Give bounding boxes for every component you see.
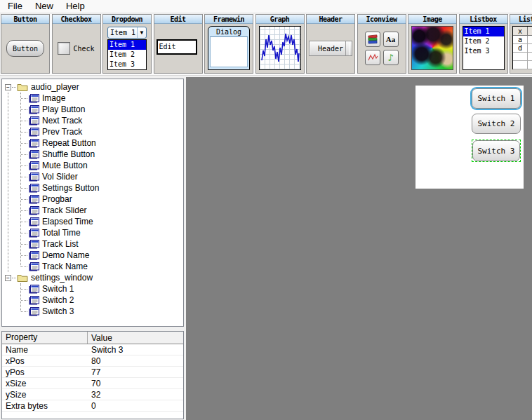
dropdown-list-item[interactable]: Item 2 bbox=[108, 50, 146, 60]
button-preview[interactable]: Button bbox=[6, 40, 44, 57]
tree-item[interactable]: Image bbox=[2, 93, 183, 104]
palette-panel-framewin[interactable]: Framewin Dialog bbox=[204, 14, 253, 74]
tree-item[interactable]: Track Name bbox=[2, 261, 183, 272]
tree-group-audio-player[interactable]: − audio_player bbox=[2, 81, 183, 93]
listview-preview[interactable]: x y a b d e bbox=[512, 26, 532, 69]
tree-item[interactable]: Switch 1 bbox=[2, 283, 183, 294]
tree-item[interactable]: Repeat Button bbox=[2, 137, 183, 149]
checkbox-preview[interactable]: Check bbox=[58, 42, 94, 55]
listbox-item[interactable]: Item 3 bbox=[463, 46, 504, 56]
palette-panel-edit[interactable]: Edit Edit bbox=[154, 14, 203, 74]
tree-item[interactable]: Shuffle Button bbox=[2, 149, 183, 160]
listview-cell: a bbox=[513, 36, 528, 44]
property-name: xSize bbox=[2, 379, 88, 388]
graph-preview[interactable] bbox=[259, 26, 301, 70]
property-row[interactable]: xSize 70 bbox=[2, 378, 183, 389]
header-preview[interactable]: Header bbox=[309, 41, 352, 56]
menu-item[interactable]: File bbox=[1, 0, 29, 13]
dropdown-combobox-preview[interactable]: Item 1 ▼ bbox=[107, 27, 147, 39]
books-icon[interactable] bbox=[365, 32, 380, 47]
property-value[interactable]: 32 bbox=[88, 390, 100, 400]
tree-item-label: Prev Track bbox=[42, 127, 82, 137]
button-preview-label: Button bbox=[13, 45, 38, 53]
tree-item[interactable]: Elapsed Time bbox=[2, 216, 183, 227]
collapse-minus-icon[interactable]: − bbox=[5, 84, 11, 90]
tree-item[interactable]: Switch 3 bbox=[2, 306, 183, 317]
property-row[interactable]: yPos 77 bbox=[2, 367, 183, 378]
property-table-header: Property Value bbox=[2, 332, 183, 344]
tree-item[interactable]: Demo Name bbox=[2, 250, 183, 261]
framewin-preview[interactable]: Dialog bbox=[208, 26, 250, 70]
palette-panel-listview[interactable]: Listview x y a b d e bbox=[510, 14, 532, 74]
listbox-item[interactable]: Item 2 bbox=[463, 36, 504, 46]
property-value[interactable]: Switch 3 bbox=[88, 345, 123, 355]
form-icon bbox=[29, 296, 39, 305]
menu-item[interactable]: New bbox=[29, 0, 60, 13]
panel-title: Iconview bbox=[358, 15, 406, 24]
tree-item[interactable]: Settings Button bbox=[2, 182, 183, 194]
listbox-item[interactable]: Item 1 bbox=[463, 27, 504, 36]
tree-item[interactable]: Track Slider bbox=[2, 205, 183, 216]
switch-2-label: Switch 2 bbox=[478, 119, 515, 128]
property-row[interactable]: Name Switch 3 bbox=[2, 344, 183, 355]
tree-item-label: Vol Slider bbox=[42, 172, 78, 182]
listbox-preview[interactable]: Item 1 Item 2 Item 3 bbox=[463, 26, 505, 70]
form-icon bbox=[29, 128, 39, 137]
palette-panel-graph[interactable]: Graph bbox=[255, 14, 305, 74]
value-column-header[interactable]: Value bbox=[88, 333, 112, 343]
panel-title: Edit bbox=[154, 15, 202, 24]
image-preview[interactable] bbox=[411, 26, 453, 70]
property-column-header[interactable]: Property bbox=[2, 332, 88, 344]
property-value[interactable]: 80 bbox=[88, 356, 100, 366]
palette-panel-button[interactable]: Button Button bbox=[1, 14, 50, 74]
settings-window-preview[interactable]: Switch 1 Switch 2 Switch 3 bbox=[415, 86, 524, 189]
iconview-preview[interactable]: Aa ♪ bbox=[365, 32, 399, 65]
chart-icon[interactable] bbox=[365, 50, 380, 65]
tree-item[interactable]: Total Time bbox=[2, 227, 183, 238]
dropdown-list-item[interactable]: Item 1 bbox=[108, 40, 146, 50]
selection-marquee[interactable]: Switch 3 bbox=[472, 140, 521, 162]
edit-field-preview[interactable]: Edit bbox=[157, 39, 197, 55]
property-value[interactable]: 0 bbox=[88, 401, 96, 411]
dropdown-list-item[interactable]: Item 3 bbox=[108, 60, 146, 69]
chevron-down-icon[interactable]: ▼ bbox=[137, 27, 146, 38]
property-row[interactable]: xPos 80 bbox=[2, 355, 183, 367]
menu-item[interactable]: Help bbox=[60, 0, 91, 13]
tree-item[interactable]: Switch 2 bbox=[2, 294, 183, 306]
tree-item[interactable]: Prev Track bbox=[2, 126, 183, 137]
panel-body: Check bbox=[53, 24, 100, 73]
tree-item[interactable]: Vol Slider bbox=[2, 171, 183, 182]
design-canvas[interactable]: Switch 1 Switch 2 Switch 3 bbox=[186, 77, 532, 420]
palette-panel-listbox[interactable]: Listbox Item 1 Item 2 Item 3 bbox=[459, 14, 508, 74]
checkbox-box-icon[interactable] bbox=[58, 42, 70, 55]
property-row[interactable]: ySize 32 bbox=[2, 389, 183, 400]
property-table: Property Value Name Switch 3 xPos 80 yPo… bbox=[1, 331, 184, 419]
tree-item[interactable]: Play Button bbox=[2, 104, 183, 115]
tree-item[interactable]: Progbar bbox=[2, 194, 183, 205]
palette-panel-checkbox[interactable]: Checkbox Check bbox=[52, 14, 101, 74]
tree-group-settings-window[interactable]: − settings_window bbox=[2, 272, 183, 283]
tree-item-label: Elapsed Time bbox=[42, 217, 93, 226]
property-value[interactable]: 77 bbox=[88, 367, 100, 377]
palette-panel-dropdown[interactable]: Dropdown Item 1 ▼ Item 1 Item 2 Item 3 bbox=[102, 14, 152, 74]
switch-2-button[interactable]: Switch 2 bbox=[472, 114, 521, 134]
form-icon bbox=[29, 116, 39, 126]
tree-item[interactable]: Mute Button bbox=[2, 160, 183, 171]
tree-item-label: Switch 2 bbox=[42, 295, 74, 305]
tree-item[interactable]: Track List bbox=[2, 238, 183, 250]
palette-panel-header[interactable]: Header Header bbox=[306, 14, 355, 74]
palette-panel-iconview[interactable]: Iconview Aa bbox=[357, 14, 406, 74]
tree-item[interactable]: Next Track bbox=[2, 115, 183, 126]
panel-body bbox=[408, 24, 456, 73]
property-row[interactable]: Extra bytes 0 bbox=[2, 400, 183, 412]
tree-item-label: Switch 3 bbox=[42, 306, 74, 316]
palette-panel-image[interactable]: Image bbox=[408, 14, 457, 74]
text-icon[interactable]: Aa bbox=[383, 32, 399, 47]
property-value[interactable]: 70 bbox=[88, 379, 100, 388]
folder-icon bbox=[17, 273, 28, 283]
music-note-icon[interactable]: ♪ bbox=[383, 50, 399, 65]
switch-1-button[interactable]: Switch 1 bbox=[472, 88, 521, 109]
property-name: yPos bbox=[2, 367, 88, 377]
switch-3-button[interactable]: Switch 3 bbox=[472, 140, 520, 161]
collapse-minus-icon[interactable]: − bbox=[5, 275, 11, 281]
